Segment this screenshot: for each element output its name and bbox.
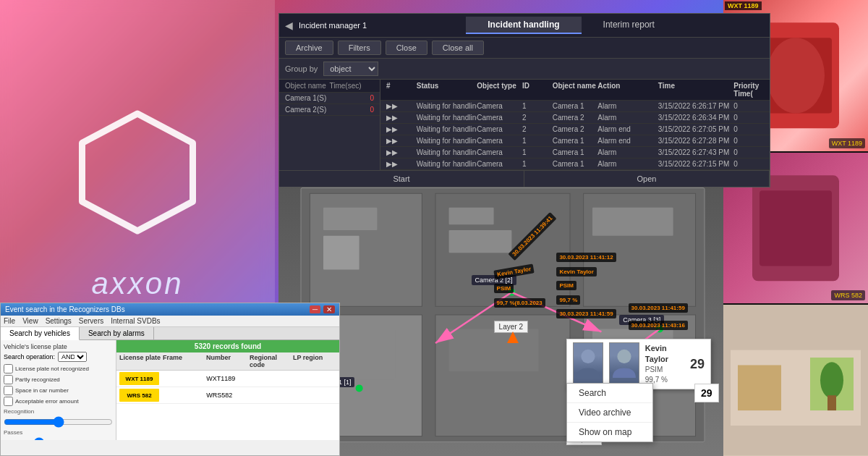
cb-label-2: Space in car number bbox=[15, 387, 69, 394]
cb-acceptable-input[interactable] bbox=[4, 397, 13, 406]
sub-row-2[interactable]: Camera 2(S) 0 bbox=[279, 104, 380, 116]
search-op-label: Search operation: bbox=[4, 353, 55, 360]
table-row[interactable]: ▶▶ Waiting for handling Camera 2 Camera … bbox=[380, 112, 770, 124]
tab-search-by-vehicles[interactable]: Search by vehicles bbox=[1, 327, 80, 340]
sub-col-time: Time(sec) bbox=[330, 82, 375, 90]
results-count: 5320 records found bbox=[116, 340, 339, 352]
event-search-menubar: File View Settings Servers Internal SVDB… bbox=[1, 316, 339, 327]
incident-toolbar: Archive Filters Close Close all bbox=[279, 38, 770, 59]
row2-time: 3/15/2022 6:26:34 PM bbox=[658, 114, 733, 122]
archive-button[interactable]: Archive bbox=[285, 41, 333, 55]
menu-file[interactable]: File bbox=[4, 317, 15, 325]
row4-pri: 0 bbox=[733, 137, 764, 145]
sub-row-1-name: Camera 1(S) bbox=[285, 94, 367, 102]
svg-rect-14 bbox=[449, 329, 539, 372]
table-row[interactable]: ▶▶ Waiting for handling Camera 1 Camera … bbox=[380, 101, 770, 112]
recognition-label: Recognition bbox=[4, 408, 113, 415]
col-region: LP region bbox=[293, 354, 336, 368]
incident-sub-table: Object name Time(sec) Camera 1(S) 0 Came… bbox=[279, 80, 380, 170]
menu-view[interactable]: View bbox=[22, 317, 38, 325]
sub-col-name: Object name bbox=[285, 82, 330, 90]
incident-titlebar: ◀ Incident manager 1 Incident handling I… bbox=[279, 14, 770, 38]
camera-feed-3[interactable] bbox=[723, 305, 868, 456]
row1-pri: 0 bbox=[733, 102, 764, 110]
tab-interim-report[interactable]: Interim report bbox=[582, 17, 676, 34]
row1-action: Alarm bbox=[597, 102, 658, 110]
face-image-1 bbox=[573, 342, 603, 386]
menu-settings[interactable]: Settings bbox=[46, 317, 72, 325]
row3-pri: 0 bbox=[733, 125, 764, 133]
logo-hexagon bbox=[72, 107, 203, 237]
svg-point-16 bbox=[356, 384, 363, 392]
svg-rect-10 bbox=[449, 208, 494, 224]
table-row[interactable]: ▶▶ Waiting for handling Camera 1 Camera … bbox=[380, 147, 770, 159]
minimize-button[interactable]: ─ bbox=[310, 305, 320, 313]
col-frame: Frame bbox=[163, 354, 206, 368]
menu-internal-svdbs[interactable]: Internal SVDBs bbox=[111, 317, 160, 325]
th-num: # bbox=[386, 82, 417, 98]
cb-not-recognized-input[interactable] bbox=[4, 364, 13, 373]
annotation-system-1: PSIM bbox=[494, 284, 514, 293]
plate-wxt: WXT 1189 bbox=[119, 372, 159, 385]
annotation-datetime-2: 30.03.2023 11:41:12 bbox=[556, 253, 616, 262]
row6-pri: 0 bbox=[733, 160, 764, 168]
cb-not-recognized: License plate not recognized bbox=[4, 364, 113, 373]
context-show-on-map[interactable]: Show on map bbox=[567, 423, 652, 442]
result-row-2[interactable]: WRS 582 WRS582 bbox=[116, 387, 339, 404]
th-type: Object type bbox=[477, 82, 522, 98]
sub-row-1[interactable]: Camera 1(S) 0 bbox=[279, 93, 380, 104]
count-badge-right: 29 bbox=[694, 384, 719, 402]
annotation-name-2: Kevin Taylor bbox=[556, 267, 596, 276]
start-button[interactable]: Start bbox=[279, 171, 524, 187]
tab-incident-handling[interactable]: Incident handling bbox=[466, 17, 581, 34]
row1-time: 3/15/2022 6:26:17 PM bbox=[658, 102, 733, 110]
plate-wrs-text: WRS 582 bbox=[127, 392, 151, 399]
back-arrow-icon[interactable]: ◀ bbox=[285, 20, 293, 31]
annotation-system-2: PSIM bbox=[556, 281, 576, 290]
row1-name: Camera 1 bbox=[553, 102, 598, 110]
cb-space-input[interactable] bbox=[4, 386, 13, 395]
cb-acceptable: Acceptable error amount bbox=[4, 397, 113, 406]
cb-label-0: License plate not recognized bbox=[15, 366, 89, 372]
svg-rect-11 bbox=[449, 230, 512, 253]
group-by-select[interactable]: object bbox=[323, 62, 378, 76]
search-op-select[interactable]: AND OR bbox=[58, 352, 87, 362]
svg-marker-0 bbox=[82, 114, 193, 231]
result-2-number: WRS582 bbox=[206, 392, 247, 399]
close-button[interactable]: Close bbox=[386, 41, 427, 55]
th-priority: Priority Time( bbox=[733, 82, 764, 98]
recognition-slider[interactable] bbox=[4, 416, 113, 428]
filters-button[interactable]: Filters bbox=[338, 41, 381, 55]
sub-row-2-time: 0 bbox=[370, 106, 374, 114]
close-all-button[interactable]: Close all bbox=[432, 41, 484, 55]
th-action: Action bbox=[597, 82, 658, 98]
table-row[interactable]: ▶▶ Waiting for handling Camera 1 Camera … bbox=[380, 135, 770, 147]
row6-name: Camera 1 bbox=[553, 160, 598, 168]
cam-icon-5: ▶▶ bbox=[386, 148, 417, 156]
svg-rect-33 bbox=[827, 396, 836, 411]
triangle-marker bbox=[507, 332, 519, 343]
annotation-datetime-right: 30.03.2023 11:41:59 bbox=[629, 303, 688, 313]
face-detection-info: Kevin Taylor PSIM 99,7 % bbox=[645, 343, 684, 386]
cb-label-1: Partly recognized bbox=[15, 376, 60, 383]
menu-servers[interactable]: Servers bbox=[79, 317, 103, 325]
table-row[interactable]: ▶▶ Waiting for handling Camera 1 Camera … bbox=[380, 159, 770, 170]
cb-space: Space in car number bbox=[4, 386, 113, 395]
person-silhouette-svg-2 bbox=[610, 342, 639, 385]
result-row-1[interactable]: WXT 1189 WXT1189 bbox=[116, 371, 339, 387]
open-button[interactable]: Open bbox=[524, 171, 770, 187]
row4-name: Camera 1 bbox=[553, 137, 598, 145]
row4-type: Camera bbox=[477, 137, 522, 145]
count-29: 29 bbox=[701, 387, 712, 399]
svg-rect-27 bbox=[760, 190, 832, 266]
passes-slider[interactable] bbox=[4, 437, 113, 440]
cb-partly-input[interactable] bbox=[4, 375, 13, 384]
table-row[interactable]: ▶▶ Waiting for handling Camera 2 Camera … bbox=[380, 124, 770, 135]
th-objname: Object name bbox=[553, 82, 598, 98]
close-x-button[interactable]: ✕ bbox=[323, 305, 335, 313]
row2-name: Camera 2 bbox=[553, 114, 598, 122]
context-video-archive[interactable]: Video archive bbox=[567, 403, 652, 423]
tab-search-by-alarms[interactable]: Search by alarms bbox=[80, 327, 154, 339]
context-search[interactable]: Search bbox=[567, 384, 652, 403]
search-results-panel: 5320 records found License plate Frame N… bbox=[116, 340, 339, 440]
